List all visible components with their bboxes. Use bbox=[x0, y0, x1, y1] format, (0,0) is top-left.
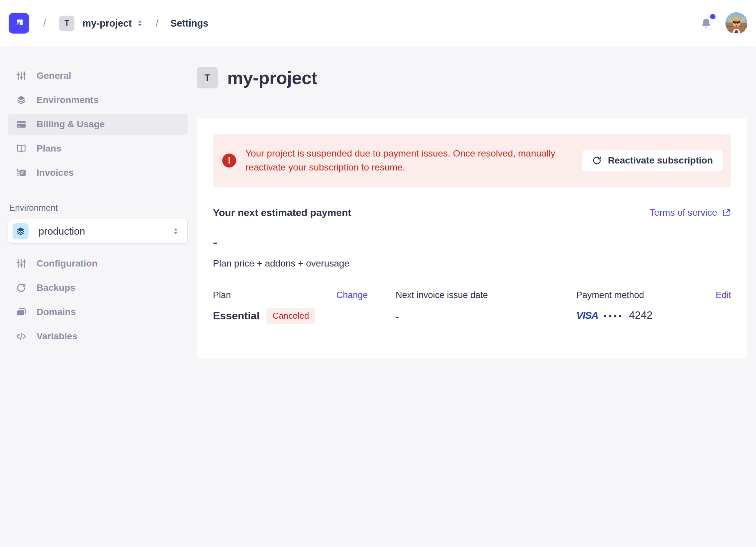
environment-selected-value: production bbox=[39, 226, 85, 237]
top-bar: / T my-project / Settings bbox=[0, 0, 756, 47]
breadcrumb-separator: / bbox=[156, 18, 158, 29]
estimated-amount-value: - bbox=[213, 235, 731, 249]
edit-payment-link[interactable]: Edit bbox=[715, 290, 731, 301]
strapi-cloud-icon bbox=[12, 17, 26, 30]
layers-icon bbox=[16, 95, 27, 105]
main-content: T my-project ! Your project is suspended… bbox=[197, 47, 756, 547]
map-icon bbox=[16, 143, 27, 154]
sidebar-item-invoices[interactable]: Invoices bbox=[8, 162, 188, 183]
environment-chip bbox=[13, 223, 29, 239]
code-icon bbox=[16, 331, 27, 342]
alert-message: Your project is suspended due to payment… bbox=[245, 146, 578, 174]
sidebar-item-label: Plans bbox=[37, 143, 61, 154]
next-invoice-label: Next invoice issue date bbox=[396, 290, 488, 301]
project-initial-chip: T bbox=[197, 67, 218, 88]
sidebar-item-label: Invoices bbox=[37, 167, 74, 178]
sidebar-item-label: Billing & Usage bbox=[37, 119, 105, 130]
notification-dot bbox=[710, 14, 715, 19]
refresh-icon bbox=[592, 155, 602, 165]
sidebar-item-configuration[interactable]: Configuration bbox=[8, 253, 188, 274]
refresh-icon bbox=[16, 283, 27, 293]
change-plan-link[interactable]: Change bbox=[336, 290, 368, 301]
project-switcher-sort-icon[interactable] bbox=[136, 19, 144, 27]
reactivate-button-label: Reactivate subscription bbox=[608, 155, 713, 166]
next-payment-title: Your next estimated payment bbox=[213, 207, 351, 218]
sidebar-item-label: Variables bbox=[37, 331, 77, 342]
suspension-alert: ! Your project is suspended due to payme… bbox=[213, 134, 731, 187]
chevron-up-down-icon bbox=[171, 227, 180, 235]
user-avatar[interactable] bbox=[725, 12, 747, 34]
external-link-icon bbox=[722, 208, 731, 217]
billing-card: ! Your project is suspended due to payme… bbox=[197, 118, 747, 358]
plan-label: Plan bbox=[213, 290, 231, 301]
environment-section-label: Environment bbox=[9, 203, 197, 213]
payment-method-column: Payment method Edit VISA •••• 4242 bbox=[576, 290, 731, 324]
credit-card-icon bbox=[16, 119, 27, 130]
breadcrumb-project-chip[interactable]: T bbox=[59, 16, 74, 31]
terms-link-label: Terms of service bbox=[649, 207, 717, 218]
project-title-row: T my-project bbox=[197, 67, 747, 88]
bell-icon bbox=[700, 17, 712, 29]
sidebar-item-label: Configuration bbox=[37, 258, 98, 269]
sidebar-item-variables[interactable]: Variables bbox=[8, 326, 188, 347]
plan-column: Plan Change Essential Canceled bbox=[213, 290, 368, 324]
notifications-button[interactable] bbox=[700, 17, 712, 29]
settings-sidebar: General Environments Billing & Usage bbox=[0, 47, 197, 547]
card-number-dots: •••• bbox=[604, 311, 623, 320]
folder-icon bbox=[16, 307, 27, 318]
sidebar-item-label: Domains bbox=[37, 307, 76, 318]
sidebar-item-label: Backups bbox=[37, 283, 75, 293]
alert-exclamation-icon: ! bbox=[222, 153, 236, 167]
plan-status-badge: Canceled bbox=[266, 308, 316, 324]
sidebar-item-domains[interactable]: Domains bbox=[8, 302, 188, 323]
estimated-amount-caption: Plan price + addons + overusage bbox=[213, 258, 731, 269]
sidebar-item-billing-usage[interactable]: Billing & Usage bbox=[8, 114, 188, 135]
sidebar-item-general[interactable]: General bbox=[8, 65, 188, 86]
sidebar-item-plans[interactable]: Plans bbox=[8, 138, 188, 159]
breadcrumb-project-name[interactable]: my-project bbox=[82, 18, 132, 29]
sliders-icon bbox=[16, 258, 27, 269]
payment-method-label: Payment method bbox=[576, 290, 644, 301]
plan-name: Essential bbox=[213, 310, 260, 322]
next-invoice-column: Next invoice issue date - bbox=[396, 290, 538, 324]
sidebar-item-label: General bbox=[37, 70, 71, 81]
topbar-right-group bbox=[700, 12, 747, 34]
page-title: my-project bbox=[227, 67, 317, 88]
sliders-icon bbox=[16, 70, 27, 81]
breadcrumb-separator: / bbox=[43, 18, 46, 29]
sidebar-item-backups[interactable]: Backups bbox=[8, 277, 188, 299]
next-invoice-value: - bbox=[396, 311, 538, 322]
reactivate-subscription-button[interactable]: Reactivate subscription bbox=[582, 150, 723, 171]
visa-logo: VISA bbox=[576, 310, 598, 321]
environment-select[interactable]: production bbox=[8, 219, 188, 243]
app-logo[interactable] bbox=[9, 13, 29, 34]
sidebar-item-environments[interactable]: Environments bbox=[8, 89, 188, 111]
terms-of-service-link[interactable]: Terms of service bbox=[649, 207, 731, 218]
invoice-icon bbox=[16, 167, 27, 178]
sidebar-item-label: Environments bbox=[37, 95, 99, 105]
card-last4: 4242 bbox=[629, 309, 652, 321]
breadcrumb-settings[interactable]: Settings bbox=[170, 18, 208, 29]
